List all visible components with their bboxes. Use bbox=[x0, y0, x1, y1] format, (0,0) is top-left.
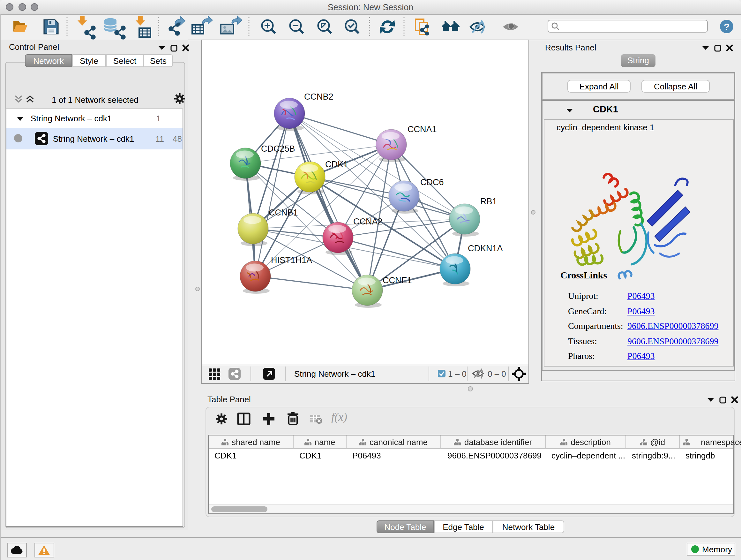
svg-text:CCNE1: CCNE1 bbox=[383, 275, 412, 285]
svg-text:CCNA1: CCNA1 bbox=[408, 125, 437, 134]
svg-text:CDC25B: CDC25B bbox=[261, 144, 295, 153]
svg-text:CDKN1A: CDKN1A bbox=[468, 244, 503, 253]
svg-text:HIST1H1A: HIST1H1A bbox=[271, 255, 312, 265]
svg-text:CDC6: CDC6 bbox=[420, 178, 444, 187]
svg-text:CCNB2: CCNB2 bbox=[304, 92, 333, 102]
svg-text:RB1: RB1 bbox=[480, 197, 497, 206]
svg-text:CCNB1: CCNB1 bbox=[269, 208, 298, 217]
svg-text:CCNA2: CCNA2 bbox=[353, 217, 383, 226]
svg-text:CDK1: CDK1 bbox=[325, 160, 348, 169]
